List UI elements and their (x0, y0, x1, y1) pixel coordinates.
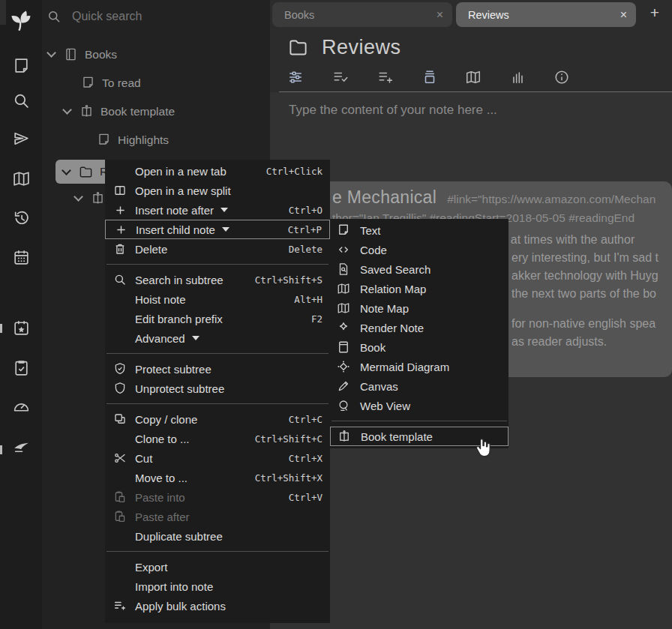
new-note-icon[interactable] (12, 57, 31, 76)
caret-down-icon (220, 208, 228, 212)
owned-attributes-icon[interactable] (332, 69, 349, 85)
note-content-placeholder[interactable]: Type the content of your note here ... (289, 103, 497, 118)
submenu-item-render-note[interactable]: Render Note (330, 318, 508, 337)
menu-item-protect-subtree[interactable]: Protect subtree (105, 359, 330, 379)
menu-item-export[interactable]: Export (105, 557, 330, 577)
tree-item-book-template[interactable]: Book template (64, 104, 175, 118)
menu-separator (106, 353, 328, 354)
menu-item-insert-note-after[interactable]: Insert note afterCtrl+O (105, 200, 330, 220)
globe-icon (336, 398, 351, 413)
menu-item-hoist-note[interactable]: Hoist noteAlt+H (105, 289, 330, 309)
shield-check-icon (112, 361, 128, 376)
submenu-item-mermaid-diagram[interactable]: Mermaid Diagram (330, 357, 508, 376)
close-icon[interactable]: × (620, 8, 627, 22)
submenu-item-note-map[interactable]: Note Map (330, 298, 508, 318)
tab-bar: Books × Reviews × + (270, 0, 672, 27)
chevron-down-icon[interactable] (46, 48, 56, 58)
new-tab-button[interactable]: + (645, 3, 664, 22)
collections-icon[interactable] (422, 69, 438, 85)
quick-search[interactable] (46, 9, 224, 24)
menu-item-import-into-note[interactable]: Import into note (105, 577, 330, 596)
jump-to-icon[interactable] (12, 130, 31, 148)
folder-icon (288, 37, 308, 58)
tab-reviews[interactable]: Reviews × (456, 2, 636, 27)
menu-item-edit-branch-prefix[interactable]: Edit branch prefixF2 (105, 309, 330, 328)
search-icon[interactable] (12, 91, 31, 110)
tree-item-label: Book template (100, 105, 175, 118)
menu-item-advanced[interactable]: Advanced (105, 328, 330, 348)
review-text-line: ery interesting, but I'm sad t (512, 251, 658, 265)
submenu-item-saved-search[interactable]: Saved Search (330, 259, 508, 279)
tab-books[interactable]: Books × (272, 2, 452, 27)
book-attributes: #link="https://www.amazon.com/Mechan (447, 193, 656, 206)
menu-separator (106, 403, 328, 404)
menu-separator (106, 264, 328, 265)
submenu-item-code[interactable]: Code (330, 240, 508, 259)
paste-icon (112, 509, 128, 524)
app-window: Books To read Book template Highlights (0, 0, 672, 629)
quick-search-icon (46, 9, 62, 24)
menu-item-unprotect-subtree[interactable]: Unprotect subtree (105, 379, 330, 398)
tree-item-highlights[interactable]: Highlights (97, 133, 169, 147)
edge-indicator (0, 324, 2, 333)
tree-item-label: To read (102, 76, 141, 90)
tab-label: Reviews (468, 9, 509, 21)
menu-item-copy-clone[interactable]: Copy / cloneCtrl+C (105, 409, 330, 429)
menu-item-search-in-subtree[interactable]: Search in subtreeCtrl+Shift+S (105, 270, 330, 289)
submenu-item-relation-map[interactable]: Relation Map (330, 279, 508, 298)
menu-item-delete[interactable]: DeleteDelete (105, 239, 330, 259)
calendar-icon[interactable] (12, 248, 31, 267)
split-icon (112, 183, 128, 198)
book-template-icon (337, 429, 352, 444)
edge-indicator (0, 445, 2, 454)
menu-separator (332, 421, 507, 421)
spark-icon (336, 320, 351, 335)
submenu-item-canvas[interactable]: Canvas (330, 376, 508, 396)
review-text-line: the next two parts of the bo (512, 287, 656, 301)
book-title[interactable]: e Mechanical (332, 187, 436, 208)
book-icon (336, 340, 351, 355)
code-icon (336, 242, 351, 257)
trilium-logo-icon[interactable] (5, 4, 37, 36)
basic-properties-icon[interactable] (287, 69, 304, 85)
tree-item-label: Highlights (118, 133, 169, 147)
note-map-icon[interactable] (12, 169, 31, 188)
menu-separator (106, 551, 328, 552)
scissors-icon (112, 451, 128, 466)
note-map-icon[interactable] (465, 69, 482, 85)
menu-item-insert-child-note[interactable]: Insert child noteCtrl+P (105, 220, 330, 239)
note-title: Reviews (288, 36, 401, 59)
tree-item-books[interactable]: Books (48, 47, 117, 61)
tree-item-to-read[interactable]: To read (81, 76, 141, 90)
submenu-item-web-view[interactable]: Web View (330, 396, 508, 415)
search-icon (112, 272, 128, 287)
recent-changes-icon[interactable] (12, 208, 31, 227)
info-icon[interactable] (554, 69, 570, 85)
menu-item-clone-to[interactable]: Clone to ...Ctrl+Shift+C (105, 429, 330, 448)
menu-item-paste-into: Paste intoCtrl+V (105, 487, 330, 507)
submenu-item-book[interactable]: Book (330, 337, 508, 357)
dashboard-icon[interactable] (12, 397, 31, 416)
caret-down-icon (222, 227, 230, 232)
chevron-down-icon[interactable] (62, 166, 71, 175)
note-info-chart-icon[interactable] (509, 69, 526, 85)
plus-icon (112, 202, 128, 217)
inbox-bird-icon[interactable] (12, 437, 31, 456)
menu-item-duplicate-subtree[interactable]: Duplicate subtree (105, 526, 330, 546)
caret-down-icon (192, 336, 200, 340)
task-list-icon[interactable] (12, 358, 31, 377)
quick-search-input[interactable] (70, 9, 224, 24)
chevron-down-icon[interactable] (62, 105, 72, 115)
chevron-down-icon[interactable] (74, 192, 83, 202)
shield-icon (112, 381, 128, 396)
submenu-item-text[interactable]: Text (330, 220, 508, 240)
close-icon[interactable]: × (436, 8, 443, 22)
menu-item-open-new-tab[interactable]: Open in a new tabCtrl+Click (105, 161, 330, 181)
menu-item-move-to[interactable]: Move to ...Ctrl+Shift+X (105, 468, 330, 487)
menu-item-apply-bulk-actions[interactable]: Apply bulk actions (105, 596, 330, 616)
note-title-text[interactable]: Reviews (322, 36, 401, 59)
special-date-icon[interactable] (12, 319, 31, 337)
menu-item-open-new-split[interactable]: Open in a new split (105, 181, 330, 200)
menu-item-cut[interactable]: CutCtrl+X (105, 448, 330, 468)
inherited-attributes-icon[interactable] (377, 69, 394, 85)
